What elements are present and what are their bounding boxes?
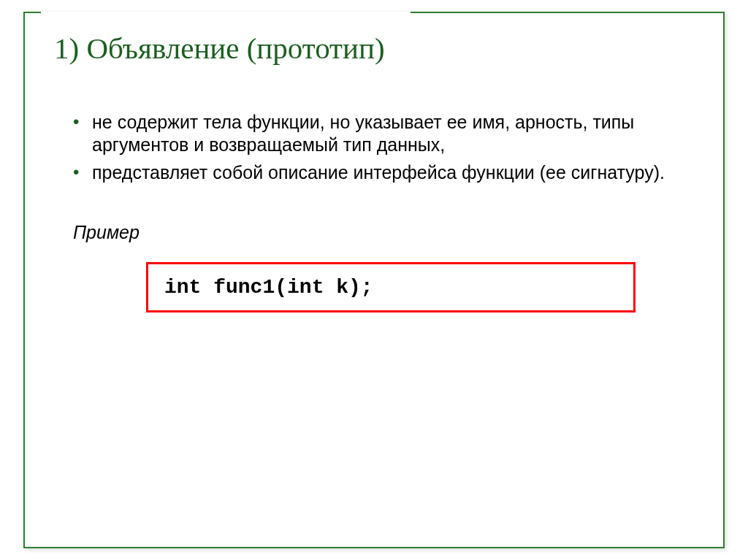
frame-top-right (411, 12, 725, 13)
code-example: int func1(int k); (146, 262, 636, 312)
bullet-item: не содержит тела функции, но указывает е… (92, 111, 690, 157)
bullet-item: представляет собой описание интерфейса ф… (92, 161, 690, 184)
slide-content: не содержит тела функции, но указывает е… (73, 111, 690, 312)
slide-heading: 1) Объявление (прототип) (54, 31, 385, 66)
example-label: Пример (73, 222, 690, 243)
bullet-list: не содержит тела функции, но указывает е… (73, 111, 690, 184)
